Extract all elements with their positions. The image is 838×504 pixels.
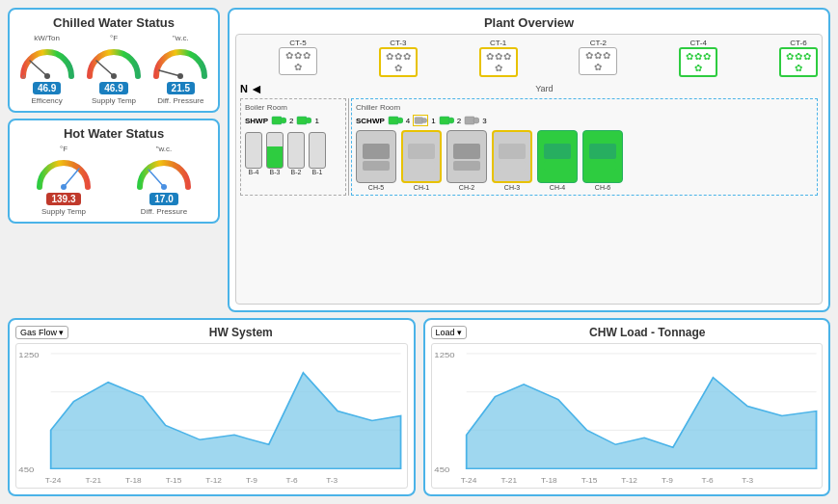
chilled-water-gauges: kW/Ton	[15, 34, 212, 105]
svg-point-12	[281, 118, 286, 123]
svg-text:T-24: T-24	[45, 477, 62, 485]
ct1-box: ✿ ✿ ✿ ✿	[479, 47, 518, 77]
ct6-unit: CT-6 ✿ ✿ ✿ ✿	[779, 39, 818, 77]
diff-pressure-hw-value: 17.0	[149, 193, 177, 205]
svg-point-18	[422, 119, 427, 123]
svg-text:1250: 1250	[18, 351, 39, 359]
supply-temp-hw-value: 139.3	[46, 193, 80, 205]
hw-chart-area: 1250 450 T-24 T-21 T-18 T-15 T-12 T-9 T-…	[15, 343, 408, 489]
ch4-unit: CH-4	[537, 130, 578, 191]
supply-temp-hw-svg	[35, 154, 93, 191]
compass-arrow: ◄	[250, 81, 263, 96]
svg-text:450: 450	[434, 465, 449, 474]
shwp-pump1-icon	[296, 115, 311, 126]
diff-pressure-chw-value: 21.5	[167, 82, 195, 94]
ch5-body	[356, 130, 396, 183]
chilled-water-panel: Chilled Water Status kW/Ton	[8, 8, 220, 113]
svg-rect-11	[272, 117, 282, 124]
diff-pressure-gauge-chw: "w.c. 21.5 Diff. Pressure	[151, 34, 209, 105]
ct1-unit: CT-1 ✿ ✿ ✿ ✿	[479, 39, 518, 77]
svg-line-0	[30, 61, 47, 76]
svg-rect-19	[440, 117, 449, 124]
boiler-room-label: Boiler Room	[245, 103, 341, 112]
ct3-box: ✿ ✿ ✿ ✿	[379, 47, 418, 77]
ct5-fan3: ✿	[303, 50, 311, 61]
supply-temp-gauge-hw: °F	[35, 145, 93, 216]
svg-point-1	[44, 73, 50, 79]
svg-text:1250: 1250	[434, 351, 454, 359]
ct5-fan2: ✿	[294, 50, 302, 61]
hot-water-gauges: °F	[15, 145, 212, 216]
svg-point-16	[397, 118, 403, 123]
svg-point-4	[111, 73, 117, 79]
svg-text:T-18: T-18	[541, 477, 557, 485]
svg-text:T-9: T-9	[661, 477, 672, 485]
svg-point-14	[306, 118, 311, 123]
plant-overview-title: Plant Overview	[235, 15, 823, 30]
supply-temp-chw-value: 46.9	[99, 82, 127, 94]
plant-floor: Boiler Room SHWP 2	[240, 98, 818, 196]
supply-temp-gauge-chw-svg	[85, 43, 143, 80]
dropdown-arrow-icon: ▾	[59, 328, 64, 337]
ct5-fan4: ✿	[294, 62, 302, 72]
chw-chart-header: Load ▾ CHW Load - Tonnage	[431, 326, 824, 339]
shwp-pump1-num: 1	[314, 117, 318, 125]
svg-point-8	[61, 184, 67, 190]
chw-chart-dropdown[interactable]: Load ▾	[431, 326, 467, 339]
cooling-tower-row: CT-5 ✿ ✿ ✿ ✿ CT-3 ✿ ✿ ✿ ✿	[240, 39, 818, 77]
hw-chart-panel: Gas Flow ▾ HW System 1250 450 T-24 T-21 …	[8, 318, 416, 496]
shwp-label: SHWP	[245, 117, 268, 125]
ch2-unit: CH-2	[446, 130, 487, 191]
svg-text:T-3: T-3	[742, 477, 753, 485]
svg-marker-29	[51, 373, 401, 468]
ct2-unit: CT-2 ✿ ✿ ✿ ✿	[579, 39, 617, 77]
hw-chart-title: HW System	[74, 326, 407, 339]
shwp-row: SHWP 2 1	[245, 115, 341, 126]
chilled-water-title: Chilled Water Status	[15, 15, 212, 30]
boiler-units: B-4 B-3 B-2 B-1	[245, 132, 341, 175]
chw-chart-panel: Load ▾ CHW Load - Tonnage 1250 450 T-24 …	[423, 318, 831, 496]
shwp-pump2-icon	[271, 115, 286, 126]
svg-text:T-21: T-21	[500, 477, 517, 485]
schwp-pump1-num: 1	[431, 117, 435, 125]
ch1-unit: CH-1	[401, 130, 442, 191]
svg-rect-17	[415, 118, 422, 124]
svg-text:T-15: T-15	[166, 477, 182, 485]
schwp-pump4-num: 4	[406, 117, 410, 125]
plant-divider	[348, 98, 349, 196]
ch3-body	[492, 130, 532, 183]
schwp-label: SCHWP	[356, 117, 385, 125]
ct4-unit: CT-4 ✿ ✿ ✿ ✿	[679, 39, 717, 77]
ct4-box: ✿ ✿ ✿ ✿	[679, 47, 717, 77]
ch6-body	[582, 130, 623, 183]
chiller-units: CH-5 CH-1	[356, 130, 813, 191]
svg-text:T-6: T-6	[286, 477, 298, 485]
ch1-body	[401, 130, 442, 183]
ch2-body	[446, 130, 487, 183]
svg-text:T-12: T-12	[205, 477, 222, 485]
boiler-b4-tank	[245, 132, 262, 169]
svg-text:T-9: T-9	[246, 477, 257, 485]
chw-chart-title: CHW Load - Tonnage	[473, 326, 823, 339]
svg-text:450: 450	[18, 465, 34, 474]
plant-overview-panel: Plant Overview CT-5 ✿ ✿ ✿ ✿ CT-3	[228, 8, 830, 312]
ch5-unit: CH-5	[356, 130, 396, 191]
schwp-pump3-num: 3	[482, 117, 486, 125]
boiler-b4: B-4	[245, 132, 262, 175]
hot-water-title: Hot Water Status	[15, 126, 212, 141]
schwp-pump3-icon	[464, 115, 479, 126]
chiller-room-label: Chiller Room	[356, 103, 813, 112]
ct5-box: ✿ ✿ ✿ ✿	[279, 47, 317, 75]
boiler-b1: B-1	[309, 132, 326, 175]
svg-text:T-15: T-15	[581, 477, 597, 485]
schwp-pump2-num: 2	[457, 117, 461, 125]
hw-chart-dropdown[interactable]: Gas Flow ▾	[15, 326, 68, 339]
svg-point-10	[161, 184, 167, 190]
svg-rect-21	[465, 117, 474, 124]
ct6-box: ✿ ✿ ✿ ✿	[779, 47, 818, 77]
boiler-b1-tank	[309, 132, 326, 169]
svg-text:T-18: T-18	[125, 477, 142, 485]
diff-pressure-gauge-chw-svg	[151, 43, 209, 80]
ct5-unit: CT-5 ✿ ✿ ✿ ✿	[279, 39, 317, 77]
chw-chart-svg: 1250 450 T-24 T-21 T-18 T-15 T-12 T-9 T-…	[432, 344, 823, 488]
